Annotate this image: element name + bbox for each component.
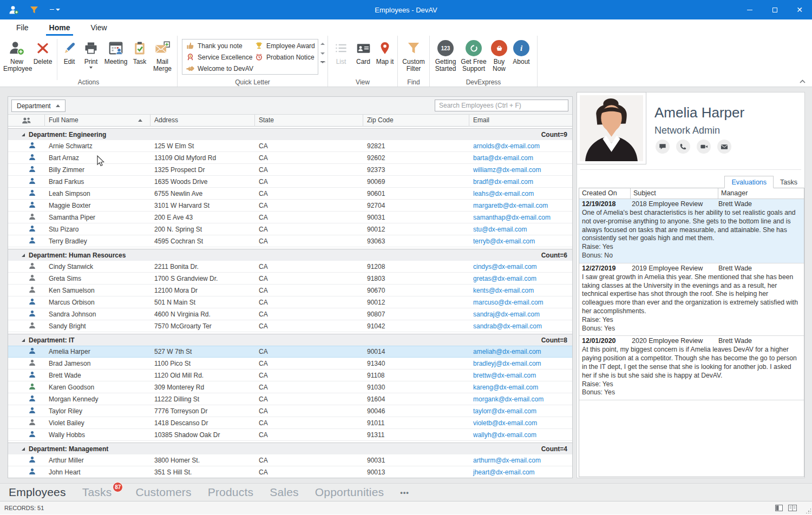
collapse-group-icon[interactable] bbox=[22, 254, 25, 257]
employee-row[interactable]: Stu Pizaro200 N. Spring StCA90012stu@dx-… bbox=[8, 223, 572, 235]
chat-button[interactable] bbox=[656, 140, 670, 154]
call-button[interactable] bbox=[676, 140, 690, 154]
email-link[interactable]: taylorr@dx-email.com bbox=[473, 407, 536, 415]
eval-column-manager[interactable]: Manager bbox=[718, 188, 804, 199]
email-link[interactable]: brettw@dx-email.com bbox=[473, 372, 536, 379]
employee-row[interactable]: Taylor Riley7776 Torreyson DrCA90046tayl… bbox=[8, 405, 572, 417]
custom-filter-button[interactable]: Custom Filter bbox=[400, 38, 427, 72]
email-link[interactable]: sandrab@dx-email.com bbox=[473, 322, 542, 330]
email-link[interactable]: leahs@dx-email.com bbox=[473, 190, 534, 197]
about-button[interactable]: i About bbox=[510, 38, 533, 65]
employee-row[interactable]: Sandy Bright7570 McGroarty TerCA91042san… bbox=[8, 320, 572, 332]
department-group-row[interactable]: Department: Human ResourcesCount=6 bbox=[8, 249, 572, 261]
employee-row[interactable]: Violet Bailey1418 Descanso DrCA91011viol… bbox=[8, 417, 572, 429]
nav-tab-customers[interactable]: Customers bbox=[135, 486, 191, 499]
employee-row[interactable]: Karen Goodson309 Monterey RdCA91030karen… bbox=[8, 381, 572, 393]
nav-tab-overflow[interactable]: ••• bbox=[400, 488, 409, 497]
column-header-email[interactable]: Email bbox=[469, 115, 572, 127]
get-free-support-button[interactable]: Get Free Support bbox=[459, 38, 488, 72]
maximize-button[interactable] bbox=[762, 0, 787, 19]
book-view-icon[interactable] bbox=[788, 505, 797, 511]
employee-row[interactable]: Billy Zimmer1325 Prospect DrCA92373willi… bbox=[8, 164, 572, 176]
card-view-button[interactable]: Card bbox=[352, 38, 375, 65]
indicator-column-header[interactable] bbox=[8, 115, 45, 127]
print-button[interactable]: Print bbox=[80, 38, 102, 69]
search-input[interactable] bbox=[435, 100, 568, 111]
quick-letter-probation-notice[interactable]: Probation Notice bbox=[253, 51, 316, 63]
email-link[interactable]: ameliah@dx-email.com bbox=[473, 348, 541, 355]
quick-letter-employee-award[interactable]: Employee Award bbox=[253, 40, 316, 51]
email-link[interactable]: bradf@dx-email.com bbox=[473, 178, 533, 186]
employee-row[interactable]: John Heart351 S Hill St.CA90013jheart@dx… bbox=[8, 466, 572, 478]
collapse-group-icon[interactable] bbox=[22, 339, 25, 342]
evaluation-item[interactable]: 12/27/20192019 Employee ReviewBrett Wade… bbox=[579, 263, 804, 336]
email-link[interactable]: williamz@dx-email.com bbox=[473, 166, 541, 174]
video-call-button[interactable] bbox=[697, 140, 711, 154]
mail-merge-button[interactable]: Mail Merge bbox=[150, 38, 175, 72]
map-it-button[interactable]: Map it bbox=[375, 38, 395, 65]
minimize-button[interactable] bbox=[737, 0, 762, 19]
tab-evaluations[interactable]: Evaluations bbox=[724, 176, 774, 188]
department-group-row[interactable]: Department: ITCount=8 bbox=[8, 334, 572, 346]
employee-row[interactable]: Terry Bradley4595 Cochran StCA93063terry… bbox=[8, 235, 572, 247]
email-link[interactable]: bradleyj@dx-email.com bbox=[473, 360, 541, 367]
edit-button[interactable]: Edit bbox=[59, 38, 80, 65]
meeting-button[interactable]: Meeting bbox=[102, 38, 129, 65]
new-employee-button[interactable]: New Employee bbox=[3, 38, 30, 72]
quick-letter-service-excellence[interactable]: Service Excellence bbox=[185, 51, 253, 63]
email-link[interactable]: jheart@dx-email.com bbox=[473, 468, 535, 476]
gallery-up-icon[interactable] bbox=[320, 43, 325, 45]
gallery-down-icon[interactable] bbox=[320, 52, 325, 55]
ribbon-tab-home[interactable]: Home bbox=[41, 19, 79, 36]
filter-quick-icon[interactable] bbox=[28, 4, 40, 16]
email-link[interactable]: gretas@dx-email.com bbox=[473, 275, 536, 282]
email-link[interactable]: kents@dx-email.com bbox=[473, 287, 534, 294]
group-by-department-button[interactable]: Department bbox=[11, 100, 66, 112]
delete-button[interactable]: Delete bbox=[30, 38, 55, 65]
employee-row[interactable]: Amelia Harper527 W 7th StCA90014ameliah@… bbox=[8, 346, 572, 358]
employee-row[interactable]: Cindy Stanwick2211 Bonita Dr.CA91208cind… bbox=[8, 261, 572, 273]
email-button[interactable] bbox=[717, 140, 731, 154]
eval-column-created-on[interactable]: Created On bbox=[579, 188, 631, 199]
task-button[interactable]: Task bbox=[129, 38, 150, 65]
nav-tab-employees[interactable]: Employees bbox=[9, 486, 66, 499]
department-group-row[interactable]: Department: ManagementCount=4 bbox=[8, 443, 572, 454]
email-link[interactable]: barta@dx-email.com bbox=[473, 154, 533, 162]
gallery-more-icon[interactable] bbox=[320, 62, 325, 71]
nav-tab-tasks[interactable]: Tasks87 bbox=[82, 486, 112, 499]
email-link[interactable]: terryb@dx-email.com bbox=[473, 237, 535, 245]
employee-row[interactable]: Wally Hobbs10385 Shadow Oak DrCA91311wal… bbox=[8, 429, 572, 441]
collapse-group-icon[interactable] bbox=[22, 447, 25, 451]
eval-column-subject[interactable]: Subject bbox=[631, 188, 718, 199]
employee-row[interactable]: Arthur Miller3800 Homer St.CA90031arthur… bbox=[8, 454, 572, 466]
new-employee-quick-icon[interactable] bbox=[8, 4, 19, 16]
nav-tab-products[interactable]: Products bbox=[208, 486, 253, 499]
resize-grip[interactable] bbox=[806, 508, 811, 513]
column-header-full-name[interactable]: Full Name bbox=[45, 115, 150, 127]
evaluation-item[interactable]: 12/19/20182018 Employee ReviewBrett Wade… bbox=[579, 199, 804, 263]
employee-row[interactable]: Ken Samuelson12100 Mora DrCA90670kents@d… bbox=[8, 285, 572, 296]
employee-row[interactable]: Bart Arnaz13109 Old Myford RdCA92602bart… bbox=[8, 152, 572, 164]
email-link[interactable]: morgank@dx-email.com bbox=[473, 395, 543, 403]
employee-row[interactable]: Leah Simpson6755 Newlin AveCA90601leahs@… bbox=[8, 188, 572, 200]
email-link[interactable]: stu@dx-email.com bbox=[473, 226, 527, 233]
employee-row[interactable]: Maggie Boxter3101 W Harvard StCA92704mar… bbox=[8, 200, 572, 212]
evaluation-item[interactable]: 12/01/20202020 Employee ReviewBrett Wade… bbox=[579, 336, 804, 400]
nav-tab-opportunities[interactable]: Opportunities bbox=[315, 486, 384, 499]
email-link[interactable]: margaretb@dx-email.com bbox=[473, 202, 548, 209]
getting-started-button[interactable]: 123 Getting Started bbox=[432, 38, 459, 72]
email-link[interactable]: sandraj@dx-email.com bbox=[473, 311, 540, 318]
employee-row[interactable]: Samantha Piper200 E Ave 43CA90031samanth… bbox=[8, 212, 572, 223]
employee-row[interactable]: Arnie Schwartz125 W Elm StCA92821arnolds… bbox=[8, 140, 572, 152]
customize-qat-icon[interactable] bbox=[49, 4, 61, 16]
email-link[interactable]: violetb@dx-email.com bbox=[473, 419, 537, 427]
email-link[interactable]: arnolds@dx-email.com bbox=[473, 142, 540, 150]
collapse-group-icon[interactable] bbox=[22, 133, 25, 136]
department-group-row[interactable]: Department: EngineeringCount=9 bbox=[8, 128, 572, 140]
ribbon-tab-view[interactable]: View bbox=[82, 19, 115, 36]
layout-view-icon[interactable] bbox=[775, 505, 783, 511]
employee-row[interactable]: Marcus Orbison501 N Main StCA90012marcus… bbox=[8, 296, 572, 308]
employee-row[interactable]: Brad Jameson1100 Pico StCA91340bradleyj@… bbox=[8, 358, 572, 369]
quick-letter-thank-you[interactable]: Thank you note bbox=[185, 40, 253, 51]
email-link[interactable]: marcuso@dx-email.com bbox=[473, 299, 543, 306]
